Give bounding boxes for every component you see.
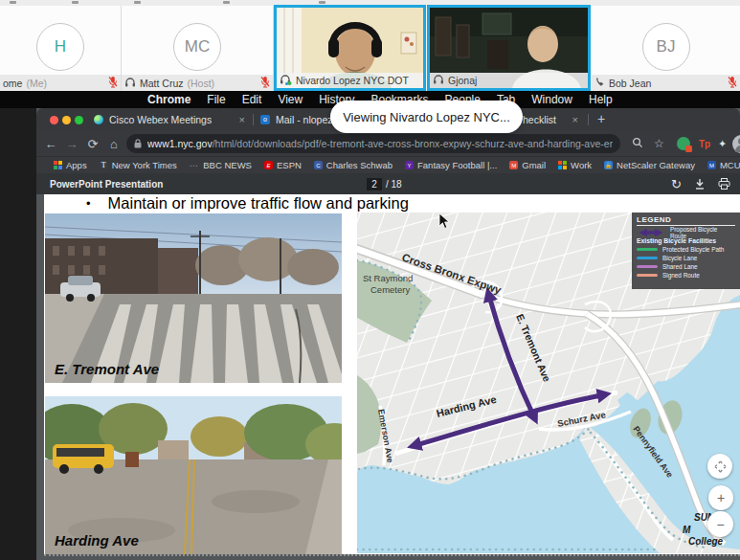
lock-icon <box>134 135 142 152</box>
extension-badge <box>685 146 692 152</box>
participant-tile-me[interactable]: H ome (Me) <box>0 6 122 91</box>
webex-viewing-banner: Viewing Nivardo Lopez NYC... <box>330 101 523 133</box>
extension-icon-2[interactable]: Tp <box>699 139 710 149</box>
menu-edit[interactable]: Edit <box>242 93 262 106</box>
home-button[interactable]: ⌂ <box>103 137 124 151</box>
apps-grid-icon <box>54 161 62 169</box>
toolbar-fragment-icon <box>223 1 230 4</box>
profile-avatar[interactable] <box>732 135 740 153</box>
chrome-window: Cisco Webex Meetings × o Mail - nlopez1@… <box>36 108 740 560</box>
pdf-document-title: PowerPoint Presentation <box>50 179 163 190</box>
pdf-page-input[interactable]: 2 <box>367 178 382 190</box>
bullet-glyph: • <box>86 196 91 211</box>
avatar: H <box>36 23 84 71</box>
bookmark-schwab[interactable]: C Charles Schwab <box>314 160 392 170</box>
bookmark-espn[interactable]: E ESPN <box>264 160 302 170</box>
bare-tree <box>238 237 298 281</box>
bookmark-star-icon[interactable]: ☆ <box>654 137 664 150</box>
back-button[interactable]: ← <box>40 137 61 151</box>
espn-icon: E <box>264 161 273 169</box>
street-photo-scene <box>45 396 342 554</box>
nyt-icon: T <box>100 161 108 169</box>
toolbar-fragment-icon <box>10 1 16 4</box>
reload-button[interactable]: ⟳ <box>82 137 103 151</box>
menu-view[interactable]: View <box>278 93 303 106</box>
participant-tile-matt-cruz[interactable]: MC Matt Cruz (Host) <box>122 6 274 91</box>
netscaler-icon: 🔒 <box>604 161 613 169</box>
gmail-icon: M <box>509 161 518 169</box>
url-host: www1.nyc.gov <box>147 138 213 149</box>
building <box>158 248 198 294</box>
download-icon[interactable] <box>694 178 706 190</box>
zoom-page-icon[interactable] <box>627 137 648 151</box>
participant-tile-bob-jean[interactable]: BJ Bob Jean <box>592 6 740 91</box>
label-suny-line2a: M <box>683 525 691 535</box>
legend-proposed-row: Proposed Bicycle Route <box>637 228 735 236</box>
photo-caption: Harding Ave <box>55 532 139 549</box>
phone-icon <box>594 77 605 89</box>
bookmark-netscaler[interactable]: 🔒 NetScaler Gateway <box>604 160 695 170</box>
tree-trunk <box>125 452 139 467</box>
tab-close-icon[interactable]: × <box>239 114 245 125</box>
headset-icon <box>124 77 136 90</box>
bookmark-work[interactable]: Work <box>558 160 592 170</box>
webex-participant-strip: H ome (Me) MC Matt Cruz (Host) <box>0 0 740 91</box>
bookmark-fantasy-football[interactable]: Y Fantasy Football |... <box>405 160 497 170</box>
road-shadow <box>212 490 300 513</box>
mouse-cursor <box>438 213 450 234</box>
forward-button[interactable]: → <box>61 137 82 151</box>
extensions-puzzle-icon[interactable]: ✦ <box>718 138 727 150</box>
map-pan-button[interactable] <box>707 454 732 479</box>
extension-icon-1[interactable] <box>677 137 690 150</box>
bookmarks-bar: Apps T New York Times ⋯ BBC NEWS E ESPN … <box>36 156 740 173</box>
tab-separator <box>253 114 254 125</box>
muted-mic-icon <box>260 76 270 90</box>
participant-video-nivardo[interactable]: Nivardo Lopez NYC DOT <box>274 5 426 91</box>
new-tab-button[interactable]: + <box>597 111 605 126</box>
toolbar-fragment-icon <box>72 1 78 4</box>
slide-bullet-line: •Maintain or improve traffic flow and pa… <box>86 194 409 213</box>
pdf-page-controls: 2 / 18 <box>367 173 402 194</box>
menu-file[interactable]: File <box>207 93 225 106</box>
legend-swatch <box>637 248 658 251</box>
url-text: www1.nyc.gov/html/dot/downloads/pdf/e-tr… <box>147 138 613 149</box>
street-photo-scene <box>45 213 342 383</box>
menu-chrome[interactable]: Chrome <box>147 93 191 106</box>
avatar: BJ <box>642 23 690 71</box>
print-icon[interactable] <box>718 178 730 190</box>
legend-item-bicycle-lane: Bicycle Lane <box>637 254 735 262</box>
participant-video-gjonaj[interactable]: Gjonaj <box>427 5 591 91</box>
pdf-page-total: / 18 <box>386 179 402 190</box>
participant-name: Bob Jean <box>609 78 651 89</box>
fantasy-icon: Y <box>405 161 414 169</box>
tab-close-icon[interactable]: × <box>572 114 578 125</box>
bookmark-nytimes[interactable]: T New York Times <box>100 160 177 170</box>
tab-cisco-webex[interactable]: Cisco Webex Meetings × <box>88 108 251 131</box>
bookmark-gmail[interactable]: M Gmail <box>509 160 546 170</box>
bookmark-apps[interactable]: Apps <box>54 160 87 170</box>
minimize-window-button[interactable] <box>62 116 71 124</box>
bookmark-bbc[interactable]: ⋯ BBC NEWS <box>190 160 252 170</box>
map-zoom-out-button[interactable]: − <box>707 511 733 537</box>
webex-favicon <box>94 115 103 124</box>
avatar: MC <box>173 23 221 71</box>
menu-help[interactable]: Help <box>589 93 613 106</box>
menu-window[interactable]: Window <box>531 93 572 106</box>
legend-item-protected: Protected Bicycle Path <box>637 245 735 254</box>
photo-harding-ave: Harding Ave <box>45 396 342 554</box>
bullet-text: Maintain or improve traffic flow and par… <box>108 194 409 212</box>
bare-tree <box>287 249 339 285</box>
zoom-window-button[interactable] <box>75 116 83 124</box>
rotate-icon[interactable]: ↻ <box>671 177 682 191</box>
photo-e-tremont-ave: E. Tremont Ave <box>45 213 342 383</box>
pdf-toolbar: PowerPoint Presentation 2 / 18 ↻ <box>36 173 740 194</box>
muted-mic-icon <box>728 76 737 90</box>
address-bar[interactable]: www1.nyc.gov/html/dot/downloads/pdf/e-tr… <box>126 134 620 153</box>
map-zoom-in-button[interactable]: + <box>708 485 733 510</box>
bookmark-mcu[interactable]: M MCU: Municipal C... <box>707 160 740 170</box>
participant-name: Nivardo Lopez NYC DOT <box>296 75 409 86</box>
participant-name: ome <box>3 78 22 89</box>
photo-caption: E. Tremont Ave <box>55 361 159 377</box>
close-window-button[interactable] <box>50 116 58 124</box>
muted-mic-icon <box>108 76 118 90</box>
